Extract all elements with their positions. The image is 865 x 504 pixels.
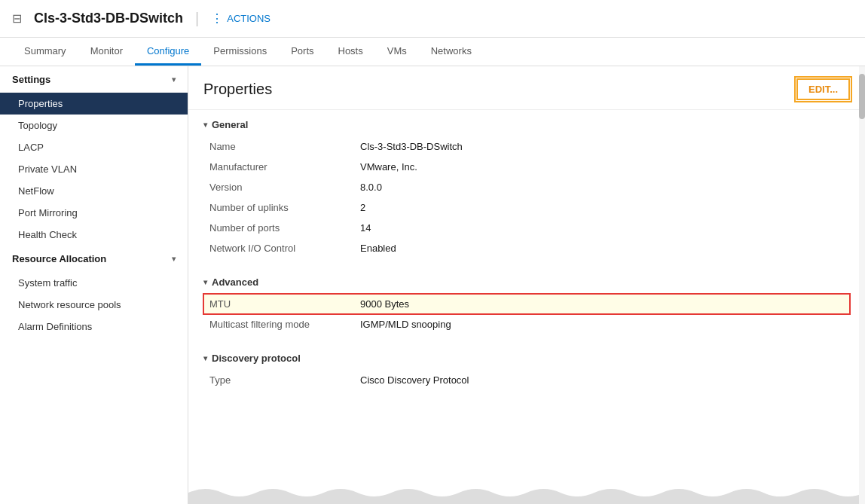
sidebar-item-private-vlan[interactable]: Private VLAN: [0, 158, 188, 180]
sidebar-item-properties[interactable]: Properties: [0, 93, 188, 115]
content-area: Properties EDIT... ▾ General Name Cls-3-…: [188, 66, 865, 504]
sidebar-item-alarm-definitions[interactable]: Alarm Definitions: [0, 316, 188, 338]
uplinks-label: Number of uplinks: [203, 197, 354, 218]
tab-networks[interactable]: Networks: [419, 38, 484, 66]
main-layout: Settings ▾ Properties Topology LACP Priv…: [0, 66, 865, 504]
manufacturer-label: Manufacturer: [203, 157, 354, 177]
discovery-type-label: Type: [203, 370, 354, 390]
settings-chevron-icon: ▾: [172, 75, 176, 84]
tab-permissions[interactable]: Permissions: [201, 38, 279, 66]
table-row: Number of ports 14: [203, 218, 850, 238]
discovery-section: ▾ Discovery protocol Type Cisco Discover…: [188, 344, 865, 399]
sidebar-item-lacp[interactable]: LACP: [0, 136, 188, 158]
table-row: Number of uplinks 2: [203, 197, 850, 218]
version-value: 8.0.0: [354, 177, 850, 197]
edit-button[interactable]: EDIT...: [796, 78, 850, 100]
tab-configure[interactable]: Configure: [135, 38, 201, 66]
sidebar-item-network-resource-pools[interactable]: Network resource pools: [0, 294, 188, 316]
mtu-value: 9000 Bytes: [354, 294, 850, 314]
advanced-section-toggle[interactable]: ▾ Advanced: [203, 276, 850, 288]
sidebar: Settings ▾ Properties Topology LACP Priv…: [0, 66, 188, 504]
app-header: ⊟ Cls-3-Std3-DB-DSwitch | ⋮ ACTIONS: [0, 0, 865, 38]
tab-summary[interactable]: Summary: [12, 38, 78, 66]
resource-allocation-label: Resource Allocation: [12, 253, 106, 264]
properties-title: Properties: [203, 81, 272, 98]
actions-button[interactable]: ⋮ ACTIONS: [211, 11, 271, 26]
bottom-wave: [188, 481, 865, 504]
settings-label: Settings: [12, 74, 50, 85]
general-section-toggle[interactable]: ▾ General: [203, 119, 850, 130]
resource-allocation-header[interactable]: Resource Allocation ▾: [0, 246, 188, 272]
scrollbar-thumb[interactable]: [859, 74, 865, 119]
discovery-section-toggle[interactable]: ▾ Discovery protocol: [203, 353, 850, 364]
mtu-row: MTU 9000 Bytes: [203, 294, 850, 314]
general-section: ▾ General Name Cls-3-Std3-DB-DSwitch Man…: [188, 110, 865, 267]
name-value: Cls-3-Std3-DB-DSwitch: [354, 136, 850, 157]
advanced-table: MTU 9000 Bytes Multicast filtering mode …: [203, 294, 850, 334]
discovery-type-value: Cisco Discovery Protocol: [354, 370, 850, 390]
app-title: Cls-3-Std3-DB-DSwitch: [34, 11, 183, 26]
resource-chevron-icon: ▾: [172, 255, 176, 263]
ports-value: 14: [354, 218, 850, 238]
sidebar-item-system-traffic[interactable]: System traffic: [0, 272, 188, 294]
name-label: Name: [203, 136, 354, 157]
nioc-value: Enabled: [354, 238, 850, 258]
actions-dots-icon: ⋮: [211, 11, 224, 26]
table-row: Version 8.0.0: [203, 177, 850, 197]
multicast-value: IGMP/MLD snooping: [354, 314, 850, 334]
settings-section-header[interactable]: Settings ▾: [0, 66, 188, 93]
ports-label: Number of ports: [203, 218, 354, 238]
sidebar-item-health-check[interactable]: Health Check: [0, 224, 188, 246]
tab-ports[interactable]: Ports: [279, 38, 326, 66]
advanced-arrow-icon: ▾: [203, 278, 207, 286]
discovery-table: Type Cisco Discovery Protocol: [203, 370, 850, 390]
properties-header: Properties EDIT...: [188, 66, 865, 110]
advanced-section: ▾ Advanced MTU 9000 Bytes Multicast filt…: [188, 267, 865, 344]
scrollbar-track[interactable]: [859, 66, 865, 504]
nav-tabs: Summary Monitor Configure Permissions Po…: [0, 38, 865, 66]
header-divider: |: [195, 10, 199, 27]
discovery-arrow-icon: ▾: [203, 354, 207, 362]
multicast-label: Multicast filtering mode: [203, 314, 354, 334]
nioc-label: Network I/O Control: [203, 238, 354, 258]
sidebar-item-port-mirroring[interactable]: Port Mirroring: [0, 202, 188, 224]
tab-vms[interactable]: VMs: [375, 38, 419, 66]
uplinks-value: 2: [354, 197, 850, 218]
table-row: Network I/O Control Enabled: [203, 238, 850, 258]
mtu-label: MTU: [203, 294, 354, 314]
multicast-row: Multicast filtering mode IGMP/MLD snoopi…: [203, 314, 850, 334]
version-label: Version: [203, 177, 354, 197]
sidebar-item-topology[interactable]: Topology: [0, 115, 188, 136]
general-arrow-icon: ▾: [203, 121, 207, 129]
actions-label: ACTIONS: [227, 13, 271, 24]
table-row: Type Cisco Discovery Protocol: [203, 370, 850, 390]
table-row: Name Cls-3-Std3-DB-DSwitch: [203, 136, 850, 157]
table-row: Manufacturer VMware, Inc.: [203, 157, 850, 177]
discovery-section-label: Discovery protocol: [212, 353, 301, 364]
switch-icon: ⊟: [12, 11, 22, 26]
general-table: Name Cls-3-Std3-DB-DSwitch Manufacturer …: [203, 136, 850, 258]
tab-monitor[interactable]: Monitor: [78, 38, 135, 66]
sidebar-item-netflow[interactable]: NetFlow: [0, 180, 188, 202]
manufacturer-value: VMware, Inc.: [354, 157, 850, 177]
tab-hosts[interactable]: Hosts: [326, 38, 375, 66]
general-section-label: General: [212, 119, 248, 130]
advanced-section-label: Advanced: [212, 276, 258, 288]
